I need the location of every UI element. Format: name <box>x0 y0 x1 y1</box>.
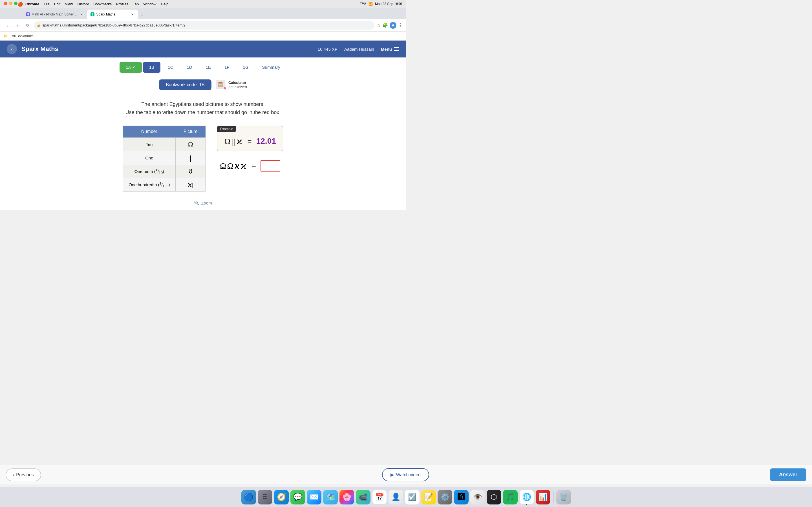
answer-input-box[interactable] <box>260 160 280 172</box>
star-icon[interactable]: ☆ <box>377 22 380 28</box>
table-cell-ten-symbol: Ω <box>175 137 206 151</box>
refresh-button[interactable]: ↻ <box>24 21 32 29</box>
address-bar-right: ☆ 🧩 A ⋮ <box>377 22 403 29</box>
question-line2: Use the table to write down the number t… <box>7 108 399 117</box>
question-line1: The ancient Egyptians used pictures to s… <box>7 100 399 108</box>
ten-symbol: Ω <box>188 140 193 148</box>
edit-menu[interactable]: Edit <box>54 2 60 6</box>
calculator-x-icon: ✕ <box>223 87 227 91</box>
extensions-icon[interactable]: 🧩 <box>382 22 388 28</box>
example-result: 12.01 <box>256 136 276 146</box>
table-cell-one-symbol: | <box>175 151 206 165</box>
sparx-back-button[interactable]: ‹ <box>7 44 17 54</box>
tab-1G[interactable]: 1G <box>237 62 255 73</box>
close-button[interactable] <box>4 2 7 5</box>
tab-1C[interactable]: 1C <box>161 62 179 73</box>
bookwork-section: Bookwork code: 1B 🧮 ✕ Calculator not all… <box>0 75 406 95</box>
tab-1F-label: 1F <box>224 65 230 69</box>
calculator-label: Calculator <box>229 80 247 85</box>
tab-1A[interactable]: 1A ✓ <box>119 62 142 73</box>
view-menu[interactable]: View <box>65 2 73 6</box>
table-header-picture: Picture <box>175 126 206 138</box>
sparx-menu-button[interactable]: Menu <box>381 47 399 52</box>
file-menu[interactable]: File <box>44 2 50 6</box>
table-header-number: Number <box>123 126 175 138</box>
question-equals: = <box>252 161 256 170</box>
battery-status: 27% <box>359 2 366 6</box>
tab-math-ai-close[interactable]: ✕ <box>79 12 84 17</box>
tab-1B[interactable]: 1B <box>143 62 160 73</box>
zoom-button[interactable]: 🔍 Zoom <box>194 201 212 206</box>
new-tab-button[interactable]: + <box>138 11 146 19</box>
forward-button[interactable]: › <box>13 21 21 29</box>
menu-label: Menu <box>381 47 392 52</box>
tab-1G-label: 1G <box>243 65 249 69</box>
bookmarks-folder-icon: 📁 <box>3 34 8 38</box>
url-bar[interactable]: 🔒 sparxmaths.uk/student/package/6782e18b… <box>34 21 374 30</box>
all-bookmarks[interactable]: All Bookmarks <box>10 34 35 39</box>
datetime: Mon 23 Sep 18:01 <box>375 2 403 6</box>
tab-sparx-close[interactable]: ✕ <box>130 12 135 17</box>
tab-1D[interactable]: 1D <box>181 62 198 73</box>
apple-menu[interactable]: 🍎 <box>17 1 23 7</box>
menu-items: Chrome File Edit View History Bookmarks … <box>26 2 168 6</box>
hundredth-symbol: ϰ| <box>188 181 193 188</box>
question-area: Number Picture Ten Ω One | <box>0 121 406 198</box>
url-text: sparxmaths.uk/student/package/6782e18b-8… <box>42 23 371 27</box>
address-bar: ‹ › ↻ 🔒 sparxmaths.uk/student/package/67… <box>0 19 406 32</box>
example-equation: Ω||ϰ = 12.01 <box>224 131 276 146</box>
lock-icon: 🔒 <box>37 23 41 27</box>
tab-bar: M Math AI - Photo Math Solver ... ✕ S Sp… <box>0 8 406 19</box>
table-row-hundredth: One hundredth (1/100) ϰ| <box>123 178 206 191</box>
bookmarks-menu[interactable]: Bookmarks <box>93 2 112 6</box>
back-button[interactable]: ‹ <box>3 21 11 29</box>
example-box: Example Ω||ϰ = 12.01 <box>217 126 283 151</box>
one-symbol: | <box>190 154 192 162</box>
example-equals: = <box>248 137 252 146</box>
sparx-header: ‹ Sparx Maths 10,445 XP Aadam Hussain Me… <box>0 41 406 57</box>
tab-menu[interactable]: Tab <box>133 2 139 6</box>
app-name-menu[interactable]: Chrome <box>26 2 39 6</box>
question-equation: ΩΩϰϰ = <box>217 158 283 174</box>
example-label: Example <box>217 126 236 132</box>
bookwork-code: Bookwork code: 1B <box>159 79 211 90</box>
example-symbols: Ω||ϰ <box>224 136 243 146</box>
table-row-tenth: One tenth (1/10) ϑ <box>123 165 206 178</box>
table-row-ten: Ten Ω <box>123 137 206 151</box>
table-cell-tenth-symbol: ϑ <box>175 165 206 178</box>
minimize-button[interactable] <box>9 2 12 5</box>
tab-1E[interactable]: 1E <box>200 62 217 73</box>
tab-1E-label: 1E <box>206 65 211 69</box>
tab-1F[interactable]: 1F <box>218 62 236 73</box>
tenth-symbol: ϑ <box>189 168 193 175</box>
fullscreen-button[interactable] <box>14 2 17 5</box>
sparx-username: Aadam Hussain <box>344 47 374 52</box>
traffic-lights[interactable] <box>4 2 17 5</box>
table-cell-ten-label: Ten <box>123 137 175 151</box>
mac-menubar-right: 27% 📶 Mon 23 Sep 18:01 <box>359 2 403 6</box>
hamburger-icon <box>394 47 399 51</box>
table-cell-hundredth-symbol: ϰ| <box>175 178 206 191</box>
example-container: Example Ω||ϰ = 12.01 ΩΩϰϰ = <box>217 126 283 174</box>
page-content: ‹ Sparx Maths 10,445 XP Aadam Hussain Me… <box>0 41 406 210</box>
profiles-menu[interactable]: Profiles <box>116 2 128 6</box>
chrome-window: M Math AI - Photo Math Solver ... ✕ S Sp… <box>0 8 406 41</box>
sparx-header-left: ‹ Sparx Maths <box>7 44 58 54</box>
tab-sparx-title: Sparx Maths <box>96 12 128 16</box>
tab-1B-label: 1B <box>149 65 154 69</box>
help-menu[interactable]: Help <box>161 2 168 6</box>
tab-1C-label: 1C <box>168 65 173 69</box>
tab-1A-label: 1A <box>126 65 131 69</box>
chrome-menu-icon[interactable]: ⋮ <box>398 22 403 28</box>
history-menu[interactable]: History <box>77 2 89 6</box>
table-row-one: One | <box>123 151 206 165</box>
tab-sparx[interactable]: S Sparx Maths ✕ <box>87 10 138 19</box>
profile-icon[interactable]: A <box>390 22 396 29</box>
wifi-icon: 📶 <box>368 2 373 6</box>
tab-summary[interactable]: Summary <box>256 62 287 73</box>
window-menu[interactable]: Window <box>143 2 156 6</box>
table-cell-tenth-label: One tenth (1/10) <box>123 165 175 178</box>
tab-math-ai[interactable]: M Math AI - Photo Math Solver ... ✕ <box>22 10 87 19</box>
sparx-xp: 10,445 XP <box>318 47 338 52</box>
calculator-status: not allowed <box>229 85 247 89</box>
